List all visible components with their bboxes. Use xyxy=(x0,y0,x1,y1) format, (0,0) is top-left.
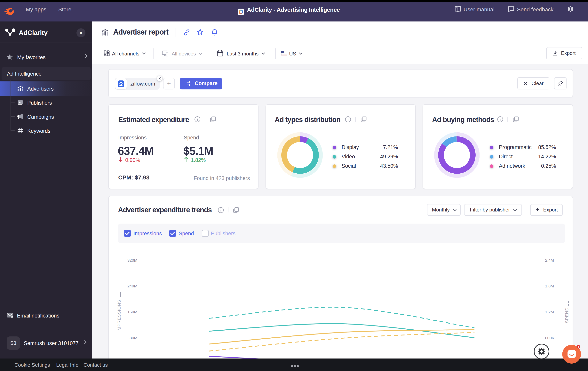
svg-text:1.2M: 1.2M xyxy=(545,310,554,314)
svg-text:SPEND: SPEND xyxy=(564,307,569,323)
svg-text:240M: 240M xyxy=(127,284,137,288)
svg-text:1.8M: 1.8M xyxy=(545,284,554,288)
svg-text:IMPRESSIONS: IMPRESSIONS xyxy=(117,300,122,332)
svg-text:2.4M: 2.4M xyxy=(545,258,554,262)
svg-text:80M: 80M xyxy=(129,336,137,340)
svg-text:160M: 160M xyxy=(127,310,137,314)
svg-text:600K: 600K xyxy=(545,336,555,340)
svg-text:320M: 320M xyxy=(127,258,137,262)
